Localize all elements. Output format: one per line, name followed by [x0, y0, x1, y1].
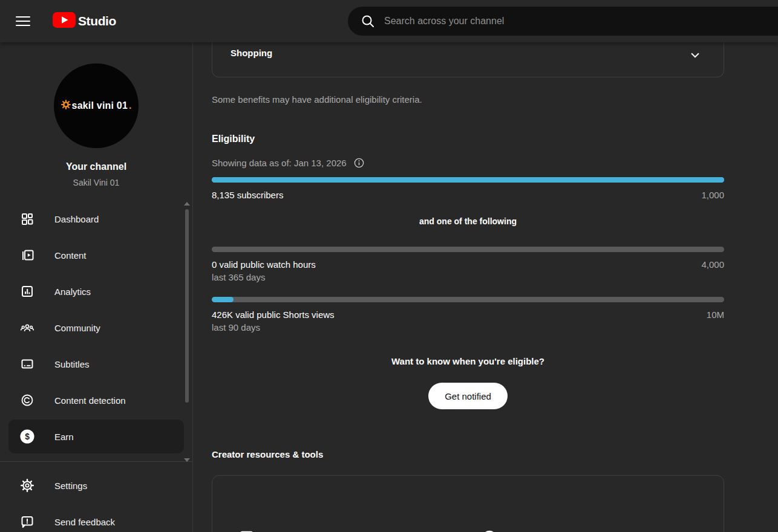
scroll-down-icon[interactable] — [184, 458, 190, 462]
sidebar-item-earn[interactable]: $ Earn — [8, 420, 184, 453]
connector-text: and one of the following — [212, 216, 724, 226]
shopping-section-title: Shopping — [230, 48, 724, 58]
hamburger-menu-icon[interactable] — [16, 14, 30, 28]
creator-support-item[interactable]: YouTube Creator Support — [238, 501, 481, 532]
svg-text:$: $ — [25, 432, 30, 441]
shorts-views-target: 10M — [707, 310, 724, 320]
sidebar-item-community[interactable]: Community — [0, 310, 192, 346]
copyright-icon — [20, 392, 34, 408]
chevron-down-icon[interactable] — [687, 47, 703, 65]
sidebar-footer-menu: Settings Send feedback — [0, 462, 192, 532]
creator-resources-card: YouTube Creator Support Copyright Match … — [212, 475, 724, 532]
info-icon[interactable] — [353, 157, 365, 169]
sidebar-scrollbar[interactable] — [184, 202, 190, 462]
chat-icon — [238, 530, 255, 532]
sidebar-item-label: Content — [54, 250, 87, 261]
main-content: Shopping Some benefits may have addition… — [193, 42, 778, 532]
creator-resources-title: Creator resources & tools — [212, 449, 724, 459]
watch-hours-count: 0 valid public watch hours — [212, 259, 316, 270]
sidebar-item-label: Content detection — [54, 395, 126, 406]
sidebar-item-label: Analytics — [54, 287, 91, 297]
sidebar-item-analytics[interactable]: Analytics — [0, 273, 192, 310]
shopping-section-card[interactable]: Shopping — [212, 42, 724, 77]
feedback-icon — [20, 514, 34, 530]
sidebar-item-label: Settings — [54, 481, 87, 491]
copyright-icon — [481, 530, 498, 532]
channel-search-bar[interactable] — [348, 7, 778, 36]
youtube-studio-logo[interactable]: Studio — [52, 11, 116, 31]
gear-icon — [20, 478, 34, 493]
watch-hours-progress-bar — [212, 247, 724, 252]
content-icon — [20, 247, 34, 263]
benefits-note: Some benefits may have additional eligib… — [212, 94, 724, 106]
top-bar: Studio — [0, 0, 778, 42]
sidebar: sakil vini 01. Your channel Sakil Vini 0… — [0, 42, 193, 532]
shorts-views-progress-bar — [212, 297, 724, 302]
sidebar-item-dashboard[interactable]: Dashboard — [0, 201, 192, 237]
notify-prompt: Want to know when you're eligible? — [212, 356, 724, 366]
sidebar-item-content-detection[interactable]: Content detection — [0, 382, 192, 418]
search-input[interactable] — [384, 16, 711, 27]
scrollbar-thumb[interactable] — [185, 209, 189, 403]
analytics-icon — [20, 284, 34, 299]
shorts-views-period: last 90 days — [212, 322, 724, 332]
avatar-label: sakil vini 01 — [72, 100, 128, 111]
scroll-up-icon[interactable] — [184, 202, 190, 206]
channel-name: Sakil Vini 01 — [0, 178, 192, 187]
shorts-views-count: 426K valid public Shorts views — [212, 310, 335, 320]
dollar-icon: $ — [20, 429, 34, 444]
sidebar-item-settings[interactable]: Settings — [0, 467, 192, 504]
sidebar-menu: Dashboard Content — [0, 201, 192, 453]
subscribers-target: 1,000 — [701, 190, 724, 200]
your-channel-title: Your channel — [0, 161, 192, 172]
get-notified-button[interactable]: Get notified — [428, 383, 508, 409]
sidebar-item-label: Dashboard — [54, 214, 99, 224]
studio-wordmark: Studio — [78, 14, 116, 28]
watch-hours-period: last 365 days — [212, 272, 724, 282]
search-icon — [361, 14, 375, 28]
sidebar-item-send-feedback[interactable]: Send feedback — [0, 504, 192, 532]
sidebar-item-content[interactable]: Content — [0, 237, 192, 273]
subscribers-progress-bar — [212, 177, 724, 183]
channel-avatar[interactable]: sakil vini 01. — [54, 63, 139, 148]
copyright-match-item[interactable]: Copyright Match Tool — [481, 501, 724, 532]
avatar-gear-icon — [61, 100, 71, 112]
community-icon — [20, 320, 34, 336]
subscribers-count: 8,135 subscribers — [212, 190, 283, 200]
youtube-play-icon — [52, 11, 76, 31]
sidebar-item-label: Subtitles — [54, 359, 90, 369]
data-as-of-text: Showing data as of: Jan 13, 2026 — [212, 158, 347, 168]
sidebar-item-subtitles[interactable]: Subtitles — [0, 346, 192, 382]
sidebar-item-label: Earn — [54, 432, 74, 442]
sidebar-item-label: Community — [54, 323, 100, 333]
subtitles-icon — [20, 356, 34, 372]
eligibility-title: Eligibility — [212, 134, 724, 144]
dashboard-icon — [20, 211, 34, 227]
sidebar-item-label: Send feedback — [54, 517, 115, 527]
avatar-label-dot: . — [129, 100, 131, 111]
watch-hours-target: 4,000 — [701, 259, 724, 270]
